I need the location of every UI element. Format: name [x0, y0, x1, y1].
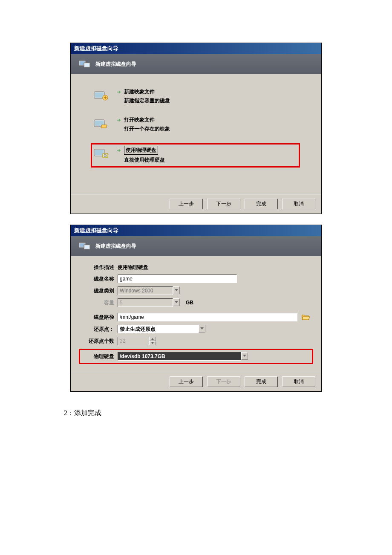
option-physical-disk[interactable]: 使用物理硬盘 直接使用物理硬盘: [91, 143, 300, 168]
svg-rect-16: [85, 246, 89, 249]
prev-button[interactable]: 上一步: [170, 199, 203, 209]
dialog-title: 新建虚拟磁盘向导: [74, 227, 118, 234]
svg-rect-5: [95, 92, 104, 98]
label-restore-point: 还原点：: [81, 326, 114, 333]
row-restore-count: 还原点个数: [81, 337, 311, 345]
label-physical-disk: 物理硬盘: [81, 353, 114, 360]
button-bar: 上一步 下一步 完成 取消: [71, 194, 321, 214]
label-op-desc: 操作描述: [81, 264, 114, 271]
select-disk-type: [118, 286, 173, 295]
header-title: 新建虚拟磁盘向导: [95, 61, 136, 68]
row-disk-name: 磁盘名称: [81, 275, 311, 283]
dropdown-arrow-icon[interactable]: [241, 352, 248, 360]
titlebar: 新建虚拟磁盘向导: [71, 43, 321, 54]
row-capacity: 容量 GB: [81, 298, 311, 307]
cancel-button[interactable]: 取消: [282, 199, 315, 209]
input-disk-path[interactable]: [118, 313, 297, 321]
row-disk-type: 磁盘类别: [81, 286, 311, 295]
capacity-unit: GB: [186, 300, 193, 306]
new-disk-icon: [93, 88, 109, 101]
input-restore-count: [118, 337, 149, 345]
form-content: 操作描述 使用物理硬盘 磁盘名称 磁盘类别 容量 G: [71, 256, 321, 372]
option-desc: 新建指定容量的磁盘: [124, 97, 170, 104]
folder-open-icon: [302, 314, 310, 321]
spinner-up-icon[interactable]: [149, 337, 156, 341]
option-title: 新建映象文件: [124, 88, 155, 95]
browse-button[interactable]: [301, 313, 311, 321]
label-disk-path: 磁盘路径: [81, 314, 114, 321]
cancel-button[interactable]: 取消: [282, 376, 315, 387]
prev-button[interactable]: 上一步: [170, 376, 203, 387]
finish-button[interactable]: 完成: [245, 376, 278, 387]
titlebar: 新建虚拟磁盘向导: [71, 225, 321, 236]
dropdown-arrow-icon[interactable]: [173, 298, 180, 306]
label-disk-type: 磁盘类别: [81, 287, 114, 295]
svg-point-12: [104, 154, 107, 157]
finish-button[interactable]: 完成: [245, 199, 278, 209]
select-capacity: [118, 298, 173, 307]
next-button: 下一步: [207, 376, 240, 387]
arrow-icon: [116, 148, 121, 153]
dropdown-arrow-icon[interactable]: [199, 325, 205, 332]
dialog-header: 新建虚拟磁盘向导: [71, 54, 321, 74]
dropdown-arrow-icon[interactable]: [173, 286, 180, 294]
spinner-down-icon[interactable]: [149, 341, 156, 345]
physical-disk-icon: [93, 146, 109, 159]
input-disk-name[interactable]: [118, 275, 237, 283]
label-disk-name: 磁盘名称: [81, 275, 114, 283]
arrow-icon: [116, 118, 121, 123]
option-title: 使用物理硬盘: [124, 146, 158, 155]
label-restore-count: 还原点个数: [81, 338, 114, 345]
option-new-image[interactable]: 新建映象文件 新建指定容量的磁盘: [92, 87, 300, 106]
row-physical-disk: 物理硬盘: [79, 349, 313, 364]
label-capacity: 容量: [81, 299, 114, 306]
option-desc: 直接使用物理硬盘: [124, 156, 165, 164]
arrow-icon: [116, 90, 121, 95]
svg-rect-10: [95, 150, 104, 155]
wizard-dialog-1: 新建虚拟磁盘向导 新建虚拟磁盘向导 新建映象文件: [70, 43, 322, 214]
dialog-content: 新建映象文件 新建指定容量的磁盘 打开映象文件 打开一个存在的映象: [71, 74, 321, 194]
dialog-header: 新建虚拟磁盘向导: [71, 236, 321, 256]
open-disk-icon: [93, 116, 109, 129]
row-op-desc: 操作描述 使用物理硬盘: [81, 264, 311, 271]
option-open-image[interactable]: 打开映象文件 打开一个存在的映象: [92, 115, 300, 134]
devices-icon: [78, 241, 90, 251]
button-bar: 上一步 下一步 完成 取消: [71, 372, 321, 391]
row-restore-point: 还原点：: [81, 325, 311, 333]
wizard-dialog-2: 新建虚拟磁盘向导 新建虚拟磁盘向导 操作描述 使用物理硬盘 磁盘名称 磁盘类别: [70, 225, 322, 392]
select-physical-disk[interactable]: [118, 352, 241, 361]
dialog-title: 新建虚拟磁盘向导: [74, 45, 118, 52]
option-title: 打开映象文件: [124, 116, 155, 124]
row-disk-path: 磁盘路径: [81, 313, 311, 321]
svg-rect-3: [85, 64, 89, 66]
spinner-control[interactable]: [149, 337, 156, 345]
next-button[interactable]: 下一步: [207, 199, 240, 209]
value-op-desc: 使用物理硬盘: [118, 264, 148, 271]
caption-text: 2：添加完成: [64, 409, 392, 418]
select-restore-point[interactable]: [118, 325, 199, 333]
header-title: 新建虚拟磁盘向导: [95, 243, 136, 250]
devices-icon: [78, 59, 90, 69]
option-desc: 打开一个存在的映象: [124, 125, 170, 133]
